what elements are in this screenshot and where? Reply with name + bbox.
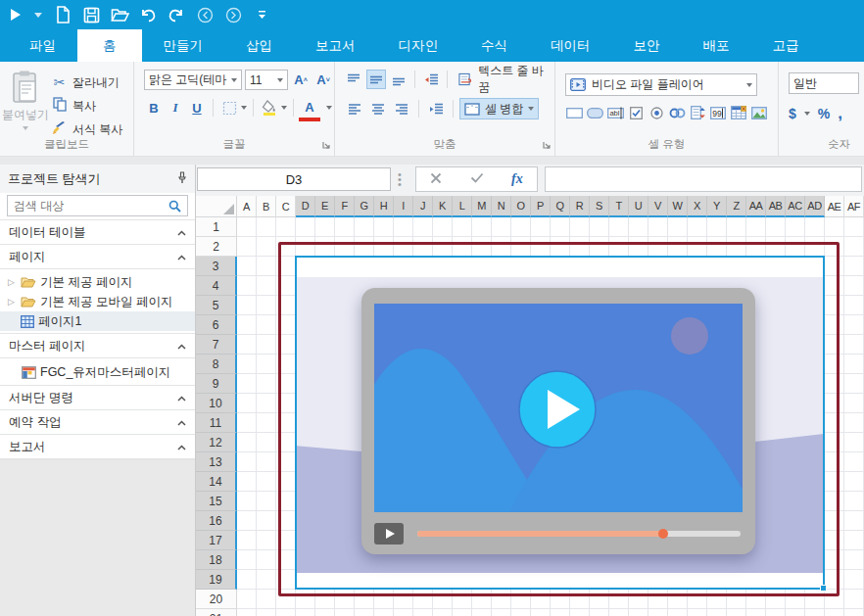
column-header[interactable]: AB bbox=[766, 196, 786, 217]
column-header[interactable]: W bbox=[668, 196, 688, 217]
link-cell-icon[interactable] bbox=[668, 105, 686, 120]
text-input-cell-icon[interactable]: abl bbox=[606, 105, 624, 120]
list-cell-icon[interactable] bbox=[689, 105, 706, 120]
row-header[interactable]: 11 bbox=[196, 413, 237, 433]
row-header[interactable]: 15 bbox=[196, 492, 237, 511]
new-document-icon[interactable] bbox=[53, 4, 72, 25]
row-header[interactable]: 1 bbox=[196, 217, 237, 237]
column-header[interactable]: AA bbox=[746, 196, 766, 217]
column-header[interactable]: Y bbox=[707, 196, 727, 217]
increase-indent-icon[interactable] bbox=[425, 99, 447, 118]
font-name-combo[interactable]: 맑은 고딕(테마 bbox=[144, 70, 242, 90]
row-header[interactable]: 3 bbox=[196, 257, 237, 276]
column-header[interactable]: M bbox=[472, 196, 492, 217]
number-format-combo[interactable]: 일반 bbox=[789, 72, 859, 94]
column-header[interactable]: S bbox=[590, 196, 609, 217]
explorer-section-master-pages[interactable]: 마스터 페이지 bbox=[0, 333, 195, 358]
font-dialog-launcher[interactable] bbox=[322, 138, 330, 152]
tree-item-page1[interactable]: 페이지1 bbox=[0, 311, 195, 331]
column-header[interactable]: A bbox=[237, 196, 257, 217]
currency-caret[interactable] bbox=[804, 112, 810, 116]
grid-cell-icon[interactable] bbox=[730, 105, 747, 120]
column-header[interactable]: N bbox=[492, 196, 511, 217]
column-header[interactable]: Q bbox=[551, 196, 570, 217]
row-header[interactable]: 7 bbox=[196, 335, 237, 355]
ribbon-tab[interactable]: 보안 bbox=[612, 29, 682, 62]
explorer-search-input[interactable] bbox=[14, 199, 168, 213]
percent-format-button[interactable]: % bbox=[818, 106, 830, 121]
row-header[interactable]: 12 bbox=[196, 433, 237, 452]
column-header[interactable]: P bbox=[531, 196, 551, 217]
column-header[interactable]: C bbox=[276, 196, 296, 217]
formula-input[interactable] bbox=[545, 166, 862, 192]
column-header[interactable]: X bbox=[688, 196, 707, 217]
column-header[interactable]: H bbox=[374, 196, 394, 217]
row-header[interactable]: 9 bbox=[196, 374, 237, 394]
column-header[interactable]: U bbox=[629, 196, 648, 217]
borders-button[interactable] bbox=[219, 98, 239, 118]
row-header[interactable]: 8 bbox=[196, 355, 237, 374]
navigate-forward-icon[interactable] bbox=[223, 4, 243, 25]
expand-triangle-icon[interactable]: ▷ bbox=[8, 297, 17, 307]
column-header[interactable]: AC bbox=[786, 196, 805, 217]
explorer-section-server-commands[interactable]: 서버단 명령 bbox=[0, 385, 195, 410]
align-middle-icon[interactable] bbox=[366, 70, 387, 89]
column-header[interactable]: E bbox=[315, 196, 335, 217]
copy-button[interactable]: 복사 bbox=[51, 96, 122, 116]
quick-access-toolbar-caret[interactable] bbox=[252, 4, 271, 25]
explorer-search-box[interactable] bbox=[7, 195, 188, 216]
run-button[interactable] bbox=[6, 4, 25, 25]
merge-cells-button[interactable]: 셀 병합 bbox=[459, 98, 539, 119]
undo-icon[interactable] bbox=[138, 4, 158, 25]
radio-cell-icon[interactable] bbox=[648, 105, 665, 120]
column-header[interactable]: O bbox=[511, 196, 531, 217]
open-folder-icon[interactable] bbox=[110, 4, 129, 25]
row-header[interactable]: 14 bbox=[196, 472, 237, 492]
ribbon-tab[interactable]: 고급 bbox=[751, 29, 821, 62]
ribbon-tab[interactable]: 삽입 bbox=[224, 29, 294, 62]
row-header[interactable]: 20 bbox=[196, 590, 237, 609]
cell-selection-rectangle[interactable] bbox=[295, 256, 825, 590]
italic-button[interactable]: I bbox=[166, 98, 185, 118]
align-left-icon[interactable] bbox=[344, 99, 365, 118]
ribbon-tab[interactable]: 만들기 bbox=[142, 29, 225, 62]
cancel-entry-icon[interactable] bbox=[430, 172, 442, 187]
cell-name-box[interactable] bbox=[197, 167, 391, 191]
run-dropdown-caret[interactable] bbox=[34, 13, 44, 18]
currency-format-button[interactable]: $ bbox=[789, 106, 796, 121]
select-all-corner[interactable] bbox=[196, 196, 237, 217]
explorer-section-pages[interactable]: 페이지 bbox=[0, 244, 195, 269]
column-header[interactable]: AE bbox=[825, 196, 844, 217]
column-header[interactable]: V bbox=[648, 196, 668, 217]
column-header[interactable]: B bbox=[257, 196, 276, 217]
save-icon[interactable] bbox=[81, 4, 101, 25]
align-right-icon[interactable] bbox=[391, 99, 412, 118]
formula-bar-separator[interactable]: ••• bbox=[398, 172, 402, 187]
column-header[interactable]: J bbox=[413, 196, 433, 217]
explorer-section-scheduled-tasks[interactable]: 예약 작업 bbox=[0, 409, 195, 435]
pin-icon[interactable] bbox=[177, 171, 187, 187]
search-icon[interactable] bbox=[168, 200, 181, 213]
column-header[interactable]: F bbox=[335, 196, 355, 217]
cut-button[interactable]: ✂ 잘라내기 bbox=[51, 72, 122, 92]
row-header[interactable]: 13 bbox=[196, 452, 237, 472]
row-header[interactable]: 18 bbox=[196, 550, 237, 570]
row-header[interactable]: 6 bbox=[196, 315, 237, 335]
row-header[interactable]: 10 bbox=[196, 394, 237, 413]
font-color-button[interactable]: A bbox=[300, 98, 319, 118]
row-header[interactable]: 2 bbox=[196, 237, 237, 257]
ribbon-tab[interactable]: 수식 bbox=[459, 29, 529, 62]
column-header[interactable]: R bbox=[570, 196, 590, 217]
fill-color-button[interactable] bbox=[260, 98, 279, 118]
column-header[interactable]: I bbox=[394, 196, 413, 217]
navigate-back-icon[interactable] bbox=[195, 4, 215, 25]
column-header[interactable]: K bbox=[433, 196, 453, 217]
insert-function-button[interactable]: fx bbox=[511, 171, 523, 187]
row-header[interactable]: 4 bbox=[196, 276, 237, 296]
font-size-combo[interactable]: 11 bbox=[245, 70, 288, 90]
column-header[interactable]: L bbox=[453, 196, 472, 217]
format-painter-button[interactable]: 서식 복사 bbox=[51, 119, 122, 139]
tree-item-master-page[interactable]: FGC_유저마스터페이지 bbox=[0, 362, 195, 382]
decrease-font-icon[interactable]: A˅ bbox=[313, 71, 333, 90]
row-header[interactable]: 19 bbox=[196, 570, 237, 590]
